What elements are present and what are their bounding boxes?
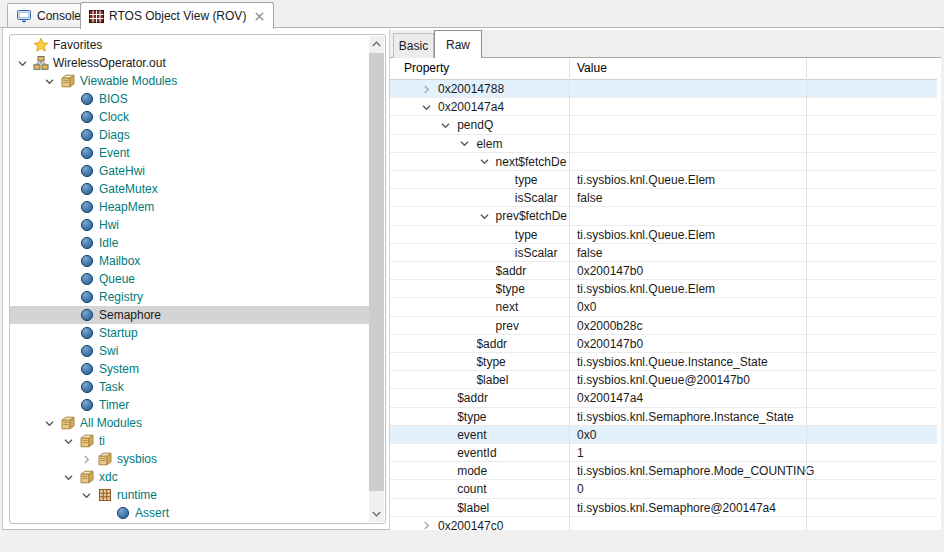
table-row[interactable]: pendQ	[390, 116, 937, 134]
tree-item-wirelessoperator-out[interactable]: WirelessOperator.out	[10, 54, 369, 72]
table-row[interactable]: mode ti.sysbios.knl.Semaphore.Mode_COUNT…	[390, 462, 937, 480]
tree-item-label: Favorites	[53, 36, 102, 54]
chevron-expanded-icon[interactable]	[44, 72, 60, 90]
tree-item-system[interactable]: System	[10, 360, 369, 378]
scroll-down-icon[interactable]	[369, 506, 384, 522]
tree-item-partial[interactable]	[10, 522, 369, 523]
tree-item-bios[interactable]: BIOS	[10, 90, 369, 108]
chevron-expanded-icon[interactable]	[81, 486, 97, 504]
table-row[interactable]: $addr 0x200147b0	[390, 335, 937, 353]
module-icon	[79, 379, 95, 395]
table-row[interactable]: type ti.sysbios.knl.Queue.Elem	[390, 171, 937, 189]
column-header-property[interactable]: Property	[404, 58, 449, 79]
chevron-collapsed-icon[interactable]	[421, 84, 433, 94]
chevron-slot	[63, 270, 79, 288]
tree-item-task[interactable]: Task	[10, 378, 369, 396]
value-cell: ti.sysbios.knl.Semaphore.Mode_COUNTING	[577, 462, 814, 480]
table-row[interactable]: prev$fetchDe	[390, 207, 937, 225]
tree-item-ti[interactable]: ti	[10, 432, 369, 450]
table-row[interactable]: eventId 1	[390, 444, 937, 462]
chevron-expanded-icon[interactable]	[421, 102, 433, 112]
tree-item-label: Swi	[99, 342, 118, 360]
table-row[interactable]: 0x200147a4	[390, 98, 937, 116]
chevron-expanded-icon[interactable]	[63, 432, 79, 450]
table-row[interactable]: $type ti.sysbios.knl.Queue.Instance_Stat…	[390, 353, 937, 371]
chevron-slot	[99, 504, 115, 522]
tab-raw[interactable]: Raw	[434, 30, 482, 58]
tree-item-hwi[interactable]: Hwi	[10, 216, 369, 234]
tab-console[interactable]: Console	[7, 3, 90, 28]
column-divider[interactable]	[806, 58, 807, 530]
property-cell: event	[457, 426, 567, 444]
module-icon	[79, 91, 95, 107]
property-cell: $label	[476, 371, 567, 389]
tree-item-assert[interactable]: Assert	[10, 504, 369, 522]
tree-item-clock[interactable]: Clock	[10, 108, 369, 126]
chevron-collapsed-icon[interactable]	[421, 521, 433, 530]
tree-item-label: Diags	[99, 126, 130, 144]
chevron-expanded-icon[interactable]	[459, 139, 471, 149]
scrollbar-thumb[interactable]	[369, 53, 384, 491]
scroll-up-icon[interactable]	[369, 36, 384, 52]
chevron-collapsed-icon[interactable]	[81, 450, 97, 468]
table-grid-icon	[89, 10, 104, 23]
chevron-expanded-icon[interactable]	[479, 157, 491, 167]
table-row[interactable]: $type ti.sysbios.knl.Queue.Elem	[390, 280, 937, 298]
tree-item-registry[interactable]: Registry	[10, 288, 369, 306]
tree-item-heapmem[interactable]: HeapMem	[10, 198, 369, 216]
table-row[interactable]: next 0x0	[390, 298, 937, 316]
tree-item-gatemutex[interactable]: GateMutex	[10, 180, 369, 198]
tab-basic[interactable]: Basic	[393, 33, 434, 58]
tree-item-sysbios[interactable]: sysbios	[10, 450, 369, 468]
rov-window: Console RTOS Object View (ROV) Favorites…	[0, 0, 944, 552]
table-row[interactable]: prev 0x2000b28c	[390, 317, 937, 335]
tree-item-label: BIOS	[99, 90, 128, 108]
chevron-expanded-icon[interactable]	[440, 120, 452, 130]
tab-rov[interactable]: RTOS Object View (ROV)	[80, 2, 274, 29]
column-divider[interactable]	[569, 58, 570, 530]
table-row[interactable]: event 0x0	[390, 426, 937, 444]
tree-item-idle[interactable]: Idle	[10, 234, 369, 252]
chevron-expanded-icon[interactable]	[17, 54, 33, 72]
property-cell: type	[515, 171, 567, 189]
tree-item-timer[interactable]: Timer	[10, 396, 369, 414]
tree-item-viewable-modules[interactable]: Viewable Modules	[10, 72, 369, 90]
tree-item-event[interactable]: Event	[10, 144, 369, 162]
tree-item-queue[interactable]: Queue	[10, 270, 369, 288]
column-header-value[interactable]: Value	[577, 58, 607, 79]
table-row[interactable]: elem	[390, 135, 937, 153]
table-row[interactable]: $addr 0x200147b0	[390, 262, 937, 280]
tree-item-runtime[interactable]: runtime	[10, 486, 369, 504]
tree-item-label: GateHwi	[99, 162, 145, 180]
table-row[interactable]: count 0	[390, 480, 937, 498]
tree-item-diags[interactable]: Diags	[10, 126, 369, 144]
table-row[interactable]: $label ti.sysbios.knl.Semaphore@200147a4	[390, 499, 937, 517]
close-icon[interactable]	[254, 11, 265, 22]
table-row[interactable]: $addr 0x200147a4	[390, 389, 937, 407]
chevron-expanded-icon[interactable]	[44, 414, 60, 432]
tree-item-xdc[interactable]: xdc	[10, 468, 369, 486]
property-cell: $type	[476, 353, 567, 371]
tree-item-swi[interactable]: Swi	[10, 342, 369, 360]
chevron-expanded-icon[interactable]	[479, 211, 491, 221]
chevron-expanded-icon[interactable]	[63, 468, 79, 486]
table-row[interactable]: type ti.sysbios.knl.Queue.Elem	[390, 226, 937, 244]
table-row[interactable]: 0x20014788	[390, 80, 937, 98]
chevron-slot	[63, 162, 79, 180]
tree-item-all-modules[interactable]: All Modules	[10, 414, 369, 432]
module-icon	[79, 127, 95, 143]
tree-item-mailbox[interactable]: Mailbox	[10, 252, 369, 270]
tree-item-gatehwi[interactable]: GateHwi	[10, 162, 369, 180]
module-icon	[79, 307, 95, 323]
chevron-slot	[63, 252, 79, 270]
tree-item-startup[interactable]: Startup	[10, 324, 369, 342]
tree-item-semaphore[interactable]: Semaphore	[10, 306, 369, 324]
table-row[interactable]: isScalar false	[390, 189, 937, 207]
tree-item-favorites[interactable]: Favorites	[10, 36, 369, 54]
table-row[interactable]: $label ti.sysbios.knl.Queue@200147b0	[390, 371, 937, 389]
table-row[interactable]: 0x200147c0	[390, 517, 937, 530]
table-row[interactable]: $type ti.sysbios.knl.Semaphore.Instance_…	[390, 408, 937, 426]
table-row[interactable]: next$fetchDe	[390, 153, 937, 171]
tree-scrollbar[interactable]	[369, 36, 384, 522]
table-row[interactable]: isScalar false	[390, 244, 937, 262]
